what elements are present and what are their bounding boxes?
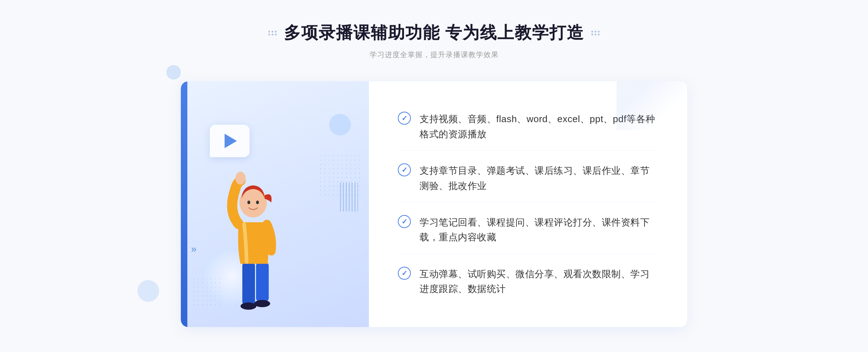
deco-arrows: » xyxy=(191,243,195,255)
dot xyxy=(591,34,593,35)
check-icon-4: ✓ xyxy=(398,267,411,280)
dot xyxy=(275,34,277,35)
svg-rect-0 xyxy=(242,262,255,305)
feature-text-3: 学习笔记回看、课程提问、课程评论打分、课件资料下载，重点内容收藏 xyxy=(420,215,658,245)
checkmark: ✓ xyxy=(401,218,408,225)
page-wrapper: 多项录播课辅助功能 专为线上教学打造 学习进度全掌握，提升录播课教学效果 xyxy=(0,0,868,352)
check-icon-1: ✓ xyxy=(398,112,411,125)
checkmark: ✓ xyxy=(401,270,408,277)
right-decoration xyxy=(591,31,600,35)
blue-bar xyxy=(181,81,187,327)
deco-circle-top-left xyxy=(166,65,181,80)
checkmark: ✓ xyxy=(401,166,408,173)
top-right-accent xyxy=(617,81,687,130)
svg-rect-1 xyxy=(256,262,269,302)
dot xyxy=(598,34,600,35)
check-icon-2: ✓ xyxy=(398,163,411,176)
subtitle: 学习进度全掌握，提升录播课教学效果 xyxy=(370,50,499,60)
feature-text-4: 互动弹幕、试听购买、微信分享、观看次数限制、学习进度跟踪、数据统计 xyxy=(420,267,658,297)
svg-point-7 xyxy=(256,201,259,204)
dot xyxy=(595,31,596,33)
check-icon-3: ✓ xyxy=(398,215,411,228)
dot xyxy=(272,31,273,33)
illustration-area: » xyxy=(181,81,369,327)
svg-point-2 xyxy=(241,302,256,310)
deco-circle-bottom-left xyxy=(137,280,159,302)
header-title-row: 多项录播课辅助功能 专为线上教学打造 xyxy=(268,22,600,44)
feature-item-3: ✓ 学习笔记回看、课程提问、课程评论打分、课件资料下载，重点内容收藏 xyxy=(398,206,658,254)
checkmark: ✓ xyxy=(401,115,408,122)
svg-point-3 xyxy=(254,300,270,307)
content-section: » xyxy=(181,81,687,327)
person-illustration xyxy=(210,139,297,327)
dot xyxy=(268,31,270,33)
left-decoration xyxy=(268,31,277,35)
dot xyxy=(591,31,593,33)
main-title: 多项录播课辅助功能 专为线上教学打造 xyxy=(284,22,584,44)
dot xyxy=(598,31,600,33)
illus-dots-1 xyxy=(318,154,362,197)
dot xyxy=(268,34,270,35)
dot xyxy=(272,34,273,35)
feature-item-4: ✓ 互动弹幕、试听购买、微信分享、观看次数限制、学习进度跟踪、数据统计 xyxy=(398,258,658,305)
dot xyxy=(595,34,596,35)
dot xyxy=(275,31,277,33)
svg-point-6 xyxy=(247,201,250,204)
svg-point-4 xyxy=(235,172,246,185)
features-area: ✓ 支持视频、音频、flash、word、excel、ppt、pdf等各种格式的… xyxy=(369,81,687,327)
header-section: 多项录播课辅助功能 专为线上教学打造 学习进度全掌握，提升录播课教学效果 xyxy=(0,22,868,60)
deco-circle-small xyxy=(329,114,351,136)
feature-item-2: ✓ 支持章节目录、弹题考试、课后练习、课后作业、章节测验、批改作业 xyxy=(398,155,658,202)
feature-text-2: 支持章节目录、弹题考试、课后练习、课后作业、章节测验、批改作业 xyxy=(420,163,658,193)
